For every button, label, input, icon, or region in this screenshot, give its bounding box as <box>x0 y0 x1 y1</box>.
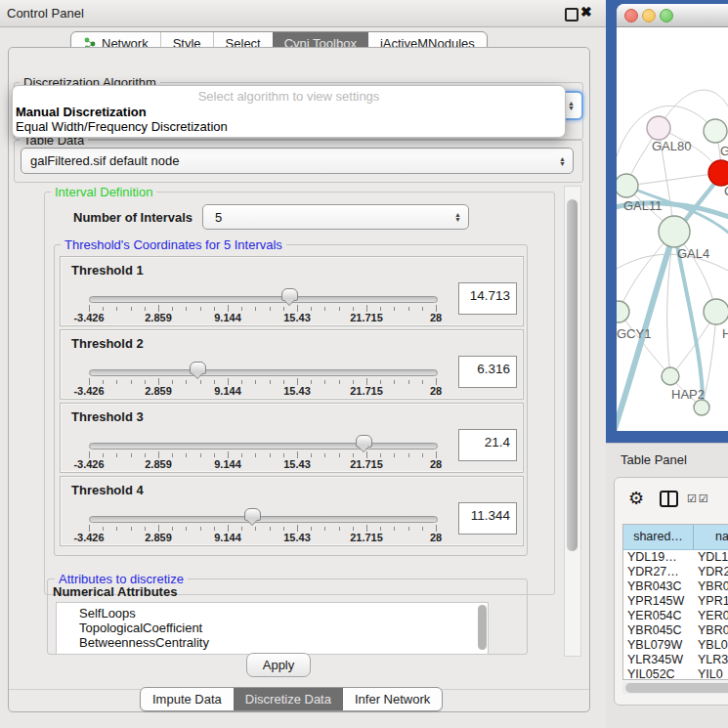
select-columns-icon[interactable]: ☑☑ <box>687 492 710 505</box>
tab-infer-network[interactable]: Infer Network <box>343 688 442 710</box>
threshold-1-slider-thumb[interactable] <box>281 288 298 301</box>
list-scrollbar[interactable] <box>478 605 487 650</box>
panel-title: Control Panel <box>7 6 84 21</box>
table-horizontal-scrollbar[interactable] <box>622 682 728 694</box>
numerical-attributes-label: Numerical Attributes <box>53 584 177 599</box>
threshold-3-panel: Threshold 3 -3.426 2.859 9.144 15.43 21.… <box>60 403 524 473</box>
table-rows: YDL19…YDL1 YDR27…YDR2 YBR043CYBR0 YPR145… <box>623 550 728 680</box>
node-right-mid[interactable] <box>704 299 728 324</box>
list-item[interactable]: TopologicalCoefficient <box>57 621 488 635</box>
network-graph: GAL80 GA C GAL11 GAL4 GCY1 H HAP2 <box>617 27 728 431</box>
dropdown-placeholder: Select algorithm to view settings <box>13 89 565 105</box>
threshold-3-slider-thumb[interactable] <box>356 435 372 448</box>
interval-definition-title: Interval Definition <box>51 186 156 198</box>
threshold-3-value-field[interactable]: 21.4 <box>458 429 517 461</box>
stepper-arrows-icon: ▲▼ <box>568 93 575 118</box>
table-panel-container: ⚙ ☑☑ shared… na YDL19…YDL1 YDR27…YDR2 YB… <box>614 477 728 706</box>
threshold-2-label: Threshold 2 <box>71 336 144 351</box>
node-bottom-partial[interactable] <box>694 400 709 415</box>
network-canvas[interactable]: GAL80 GA C GAL11 GAL4 GCY1 H HAP2 <box>617 27 728 431</box>
table-row[interactable]: YBL079WYBL0 <box>623 638 728 653</box>
node-gal11[interactable] <box>617 174 638 197</box>
float-window-icon[interactable] <box>565 8 578 21</box>
table-panel-title: Table Panel <box>621 452 687 467</box>
table-row[interactable]: YPR145WYPR1 <box>623 594 728 609</box>
tab-discretize-data[interactable]: Discretize Data <box>234 688 343 710</box>
threshold-3-label: Threshold 3 <box>71 409 144 424</box>
zoom-traffic-light-icon[interactable] <box>660 9 673 22</box>
threshold-1-label: Threshold 1 <box>71 263 144 278</box>
cyni-bottom-tabs: Impute Data Discretize Data Infer Networ… <box>140 687 443 711</box>
threshold-2-slider-track[interactable] <box>89 369 438 376</box>
dropdown-option-manual[interactable]: Manual Discretization <box>13 105 565 119</box>
threshold-2-slider-thumb[interactable] <box>190 362 206 374</box>
apply-button[interactable]: Apply <box>246 653 311 677</box>
list-item[interactable]: SelfLoops <box>57 606 488 621</box>
scrollbar-thumb[interactable] <box>625 683 728 693</box>
table-data-combobox[interactable]: galFiltered.sif default node ▲▼ <box>21 148 574 174</box>
close-icon[interactable]: ✖ <box>580 4 592 20</box>
table-header: shared… na <box>623 525 728 550</box>
num-intervals-label: Number of Intervals <box>73 210 193 225</box>
column-header-shared[interactable]: shared… <box>623 525 694 549</box>
threshold-4-slider-thumb[interactable] <box>244 508 261 521</box>
node-label: GCY1 <box>617 326 651 341</box>
node-label: GA <box>720 144 728 158</box>
network-window: GAL80 GA C GAL11 GAL4 GCY1 H HAP2 <box>617 4 728 431</box>
threshold-4-value-field[interactable]: 11.344 <box>458 502 517 535</box>
table-row[interactable]: YLR345WYLR3 <box>623 653 728 667</box>
table-panel-region: Table Panel ⚙ ☑☑ shared… na YDL19…YDL1 Y… <box>606 443 728 728</box>
threshold-3-slider-track[interactable] <box>89 443 438 450</box>
node-label: HAP2 <box>671 387 705 402</box>
node-label: GAL4 <box>677 246 709 261</box>
stepper-arrows-icon: ▲▼ <box>454 205 461 229</box>
minimize-traffic-light-icon[interactable] <box>642 9 656 22</box>
threshold-4-slider-track[interactable] <box>89 516 438 523</box>
tab-impute-data[interactable]: Impute Data <box>141 688 234 710</box>
node-red-selected[interactable] <box>708 160 728 186</box>
node-partial-top-right[interactable] <box>704 119 727 143</box>
threshold-1-value-field[interactable]: 14.713 <box>458 282 517 315</box>
node-label: GAL11 <box>623 198 663 213</box>
threshold-4-panel: Threshold 4 -3.426 2.859 9.144 15.43 21.… <box>60 476 524 546</box>
node-attribute-table: shared… na YDL19…YDL1 YDR27…YDR2 YBR043C… <box>622 524 728 680</box>
scrollbar-thumb[interactable] <box>567 199 578 551</box>
node-gcy1[interactable] <box>617 301 629 322</box>
gear-icon[interactable]: ⚙ <box>628 488 644 509</box>
thresholds-group-title: Threshold's Coordinates for 5 Intervals <box>61 238 286 251</box>
threshold-2-panel: Threshold 2 -3.426 2.859 9.144 15.43 21.… <box>60 329 524 400</box>
close-traffic-light-icon[interactable] <box>624 9 638 22</box>
column-selector-icon[interactable] <box>660 491 678 507</box>
table-row[interactable]: YER054CYER0 <box>623 609 728 623</box>
node-gal4[interactable] <box>659 216 690 247</box>
node-label: C <box>724 184 728 198</box>
node-hap2[interactable] <box>662 367 679 385</box>
control-panel-titlebar: Control Panel ✖ <box>0 0 606 27</box>
table-row[interactable]: YBR043CYBR0 <box>623 579 728 594</box>
node-label: H <box>722 326 728 341</box>
node-gal80[interactable] <box>647 116 670 140</box>
table-row[interactable]: YIL052CYIL0 <box>623 667 728 680</box>
column-header-name[interactable]: na <box>694 525 728 549</box>
list-item[interactable]: BetweennessCentrality <box>57 635 488 650</box>
num-intervals-combobox[interactable]: 5 ▲▼ <box>202 204 469 230</box>
node-label: GAL80 <box>652 139 691 153</box>
numerical-attributes-list: SelfLoops TopologicalCoefficient Between… <box>56 602 489 655</box>
network-window-titlebar[interactable] <box>617 4 728 27</box>
table-row[interactable]: YDL19…YDL1 <box>623 550 728 565</box>
threshold-4-label: Threshold 4 <box>71 483 144 497</box>
table-row[interactable]: YBR045CYBR0 <box>623 623 728 638</box>
threshold-2-value-field[interactable]: 6.316 <box>458 356 517 388</box>
app-root: Control Panel ✖ Network Style Select Cyn… <box>0 0 728 728</box>
algorithm-dropdown-popup: Select algorithm to view settings Manual… <box>12 85 566 138</box>
table-row[interactable]: YDR27…YDR2 <box>623 565 728 579</box>
panel-scrollbar[interactable] <box>564 186 581 657</box>
dropdown-option-equal-width[interactable]: Equal Width/Frequency Discretization <box>13 119 565 134</box>
threshold-1-panel: Threshold 1 -3.426 2.859 9.144 15.43 21.… <box>60 256 524 326</box>
stepper-arrows-icon: ▲▼ <box>559 149 566 173</box>
threshold-1-slider-track[interactable] <box>89 296 438 303</box>
